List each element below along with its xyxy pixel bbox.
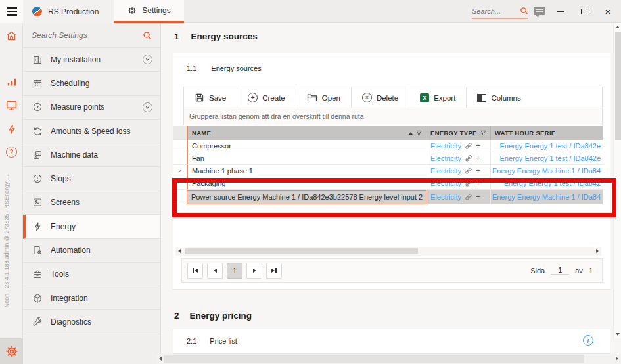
scroll-down-icon[interactable] [616, 333, 620, 336]
sidebar-item-label: Energy [51, 222, 76, 231]
sidebar-item-machine-data[interactable]: Machine data [23, 143, 160, 167]
page-number-input[interactable] [551, 266, 569, 275]
titlebar-search-input[interactable] [472, 7, 513, 15]
table-row[interactable]: Fan Electricity + Energy Energy 1 test /… [173, 152, 603, 165]
filter-icon[interactable] [416, 130, 422, 136]
feedback-chat-icon[interactable] [534, 7, 545, 15]
x-circle-icon: × [362, 93, 372, 102]
cell-name[interactable]: Compressor [187, 140, 426, 152]
filter-icon[interactable] [480, 130, 486, 136]
cell-name[interactable]: Packaging [187, 177, 426, 190]
chevron-down-icon[interactable] [143, 55, 152, 64]
add-icon[interactable]: + [476, 193, 480, 202]
settings-gear-button[interactable] [0, 338, 23, 364]
sidebar-item-integration[interactable]: Integration [23, 286, 160, 310]
sidebar-item-my-installation[interactable]: My installation [23, 48, 160, 72]
cell-watt-hour-serie[interactable]: Energy Energy Machine 1 / IDa84 [491, 190, 603, 204]
screens-monitor-icon[interactable] [5, 99, 18, 112]
sidebar-item-energy[interactable]: Energy [23, 215, 160, 239]
cell-watt-hour-serie[interactable]: Energy Energy Machine 1 / IDa84 [491, 165, 603, 177]
add-icon[interactable]: + [476, 154, 480, 163]
cell-energy-type[interactable]: Electricity + [426, 177, 491, 190]
cell-name[interactable]: Fan [187, 152, 426, 165]
last-page-button[interactable] [266, 263, 282, 279]
table-row[interactable]: Packaging Electricity + Energy Energy 1 … [173, 177, 603, 190]
sidebar-item-tools[interactable]: Tools [23, 263, 160, 286]
search-icon[interactable] [143, 31, 152, 40]
table-row-selected[interactable]: Power source Energy Machine 1 / IDa842e3… [173, 190, 603, 204]
link-icon[interactable] [465, 154, 472, 162]
sidebar-item-automation[interactable]: Automation [23, 239, 160, 262]
cell-energy-type[interactable]: Electricity + [426, 165, 491, 177]
scroll-right-icon[interactable] [616, 357, 618, 361]
section-number: 2 [174, 311, 179, 321]
scrollbar-thumb[interactable] [185, 248, 418, 254]
home-icon[interactable] [5, 30, 18, 42]
delete-button[interactable]: × Delete [352, 87, 409, 108]
plus-circle-icon: + [248, 93, 258, 102]
sidebar-search[interactable] [23, 23, 160, 48]
sidebar-item-label: Measure points [51, 102, 104, 112]
sidebar-item-screens[interactable]: Screens [23, 191, 160, 215]
titlebar-search[interactable] [472, 4, 528, 19]
search-icon[interactable] [520, 7, 528, 15]
scroll-left-icon[interactable] [159, 357, 162, 361]
previous-page-button[interactable] [207, 263, 223, 279]
sidebar-item-amounts-speed-loss[interactable]: Amounts & Speed loss [23, 120, 160, 143]
scroll-left-icon[interactable] [178, 249, 181, 253]
add-icon[interactable]: + [476, 166, 480, 175]
cell-name[interactable]: Power source Energy Machine 1 / IDa842e3… [187, 190, 426, 204]
column-header-energy-type[interactable]: ENERGY TYPE [426, 126, 491, 140]
table-row[interactable]: Compressor Electricity + Energy Energy 1… [173, 140, 603, 152]
sidebar-item-diagnostics[interactable]: Diagnostics [23, 310, 160, 334]
tab-settings[interactable]: Settings [114, 0, 184, 23]
column-header-watt-hour-serie[interactable]: WATT HOUR SERIE [491, 126, 603, 140]
scrollbar-thumb[interactable] [164, 355, 584, 363]
info-icon[interactable]: i [583, 335, 593, 346]
cell-watt-hour-serie[interactable]: Energy Energy 1 test / IDa842e [491, 140, 603, 152]
first-page-button[interactable] [187, 263, 203, 279]
close-button[interactable]: × [599, 0, 616, 23]
scroll-up-icon[interactable] [616, 26, 620, 28]
window-horizontal-scrollbar[interactable] [156, 354, 621, 364]
table-horizontal-scrollbar[interactable] [175, 247, 601, 256]
cell-name[interactable]: Machine 1 phase 1 [187, 165, 426, 177]
link-icon[interactable] [465, 193, 472, 201]
current-page-button[interactable]: 1 [227, 263, 242, 279]
next-page-button[interactable] [246, 263, 262, 279]
cell-watt-hour-serie[interactable]: Energy Energy 1 test / IDa842e [491, 152, 603, 165]
chevron-down-icon[interactable] [143, 102, 152, 112]
main-vertical-scrollbar[interactable] [613, 23, 621, 338]
help-icon[interactable]: ? [5, 146, 18, 158]
add-icon[interactable]: + [476, 141, 480, 150]
add-icon[interactable]: + [476, 179, 480, 188]
link-icon[interactable] [465, 167, 472, 175]
cell-energy-type[interactable]: Electricity + [426, 190, 491, 204]
row-expander-icon[interactable]: > [173, 165, 187, 177]
columns-button[interactable]: Columns [467, 87, 531, 108]
analytics-chart-icon[interactable] [5, 76, 18, 88]
open-button[interactable]: Open [296, 87, 352, 108]
tab-rs-production[interactable]: RS Production [23, 0, 114, 23]
minimize-button[interactable] [552, 0, 569, 23]
cell-energy-type[interactable]: Electricity + [426, 140, 491, 152]
sidebar-item-scheduling[interactable]: Scheduling [23, 72, 160, 95]
group-by-drop-zone[interactable]: Gruppera listan genom att dra en överskr… [183, 108, 603, 125]
link-icon[interactable] [465, 142, 472, 150]
export-button[interactable]: X Export [409, 87, 467, 108]
sidebar-item-stops[interactable]: Stops [23, 167, 160, 191]
link-icon[interactable] [465, 179, 472, 187]
cell-energy-type[interactable]: Electricity + [426, 152, 491, 165]
save-button[interactable]: Save [184, 87, 237, 108]
scroll-right-icon[interactable] [596, 249, 599, 253]
sidebar-search-input[interactable] [32, 31, 130, 40]
energy-bolt-icon[interactable] [5, 123, 18, 135]
cell-watt-hour-serie[interactable]: Energy Energy 1 test / IDa842 [491, 177, 603, 190]
column-header-name[interactable]: NAME [187, 126, 426, 140]
scrollbar-thumb[interactable] [615, 32, 621, 140]
table-row[interactable]: > Machine 1 phase 1 Electricity + Energy… [173, 165, 603, 177]
hamburger-menu-button[interactable] [0, 0, 23, 23]
restore-window-button[interactable] [576, 0, 593, 23]
create-button[interactable]: + Create [237, 87, 296, 108]
sidebar-item-measure-points[interactable]: Measure points [23, 96, 160, 120]
